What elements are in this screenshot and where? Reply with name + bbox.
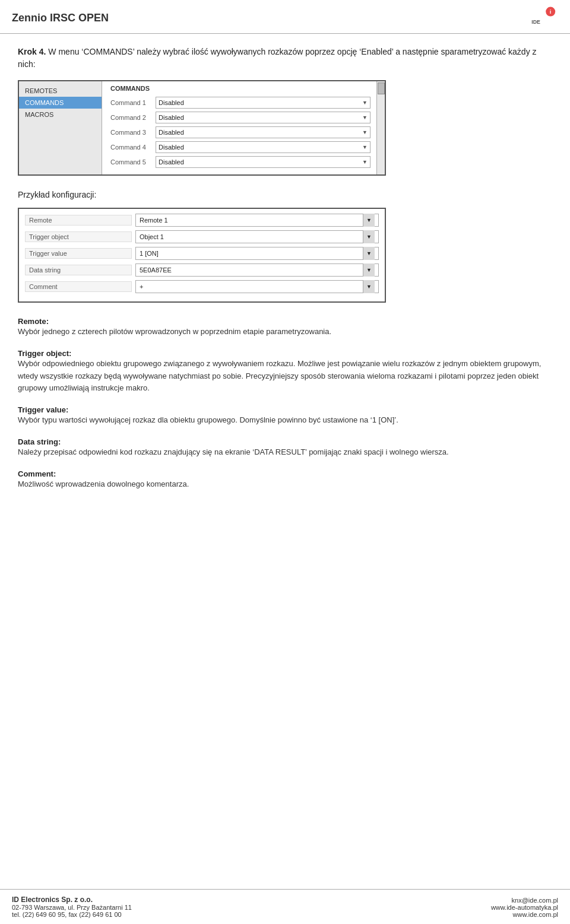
desc-remote-text: Wybór jednego z czterech pilotów wprowad… [18,327,331,336]
command-dropdown-4[interactable]: Disabled ▼ [156,141,370,153]
command-value-5: Disabled [159,158,184,166]
sidebar-item-commands[interactable]: COMMANDS [19,97,102,109]
command-label-2: Command 2 [108,114,156,121]
mockup-sidebar: REMOTES COMMANDS MACROS [19,81,102,174]
example-heading-text: Przykład konfiguracji: [18,190,96,199]
desc-comment-title: Comment: [18,469,56,478]
footer-address: 02-793 Warszawa, ul. Przy Bażantarni 11 [12,904,132,911]
page-header: Zennio IRSC OPEN i IDE [0,0,570,34]
mockup-main-area: COMMANDS Command 1 Disabled ▼ Command 2 … [102,81,376,174]
config-row-data-string: Data string 5E0A87EE ▼ [19,263,385,277]
config-value-remote: Remote 1 [140,217,168,224]
mockup-scrollbar[interactable] [376,81,385,174]
desc-comment-text: Możliwość wprowadzenia dowolnego komenta… [18,480,189,488]
config-dropdown-data-string[interactable]: 5E0A87EE ▼ [135,263,379,277]
config-dropdown-remote[interactable]: Remote 1 ▼ [135,214,379,227]
dropdown-arrow-data-string: ▼ [363,263,375,277]
footer-website2: www.ide.com.pl [491,911,558,918]
footer-company: ID Electronics Sp. z o.o. [12,896,132,904]
desc-data-string-text: Należy przepisać odpowiedni kod rozkazu … [18,447,449,456]
svg-text:i: i [550,8,552,15]
command-dropdown-5[interactable]: Disabled ▼ [156,156,370,168]
command-label-3: Command 3 [108,129,156,136]
desc-comment: Comment: Możliwość wprowadzenia dowolneg… [18,469,552,491]
config-label-remote: Remote [25,215,132,226]
config-label-trigger-object: Trigger object [25,231,132,242]
config-label-trigger-value: Trigger value [25,248,132,259]
step-text: W menu ‘COMMANDS’ należy wybrać ilość wy… [18,47,537,69]
page-title: Zennio IRSC OPEN [12,12,109,24]
command-dropdown-2[interactable]: Disabled ▼ [156,112,370,123]
scrollbar-thumb [378,82,385,94]
config-row-remote: Remote Remote 1 ▼ [19,214,385,227]
config-label-comment: Comment [25,281,132,292]
config-mockup: Remote Remote 1 ▼ Trigger object Object … [18,208,386,303]
config-row-comment: Comment + ▼ [19,280,385,293]
command-label-5: Command 5 [108,158,156,166]
command-dropdown-3[interactable]: Disabled ▼ [156,126,370,138]
command-row-1: Command 1 Disabled ▼ [108,97,370,109]
desc-trigger-value-title: Trigger value: [18,405,68,414]
example-heading: Przykład konfiguracji: [18,190,552,199]
config-label-data-string: Data string [25,265,132,275]
config-dropdown-trigger-object[interactable]: Object 1 ▼ [135,230,379,243]
step-number: Krok 4. [18,47,46,56]
desc-remote: Remote: Wybór jednego z czterech pilotów… [18,317,552,338]
mockup-commands-title: COMMANDS [108,85,370,92]
footer-left: ID Electronics Sp. z o.o. 02-793 Warszaw… [12,896,132,918]
command-value-4: Disabled [159,144,184,151]
command-dropdown-1[interactable]: Disabled ▼ [156,97,370,109]
config-row-trigger-object: Trigger object Object 1 ▼ [19,230,385,243]
command-label-1: Command 1 [108,99,156,106]
footer-website1: www.ide-automatyka.pl [491,904,558,911]
dropdown-arrow-trigger-object: ▼ [363,230,375,243]
config-value-trigger-value: 1 [ON] [140,250,159,257]
svg-text:IDE: IDE [531,19,540,25]
page-footer: ID Electronics Sp. z o.o. 02-793 Warszaw… [0,889,570,924]
config-value-comment: + [140,283,143,290]
desc-trigger-object-text: Wybór odpowiedniego obiektu grupowego zw… [18,359,541,393]
dropdown-arrow-4: ▼ [362,144,368,150]
footer-right: knx@ide.com.pl www.ide-automatyka.pl www… [491,897,558,918]
desc-trigger-object: Trigger object: Wybór odpowiedniego obie… [18,349,552,395]
desc-trigger-object-title: Trigger object: [18,349,71,358]
ide-logo: i IDE [530,6,558,30]
dropdown-arrow-5: ▼ [362,159,368,165]
dropdown-arrow-2: ▼ [362,115,368,120]
desc-trigger-value-text: Wybór typu wartości wywołującej rozkaz d… [18,415,398,424]
dropdown-arrow-3: ▼ [362,129,368,135]
dropdown-arrow-remote: ▼ [363,214,375,227]
command-label-4: Command 4 [108,144,156,151]
command-value-1: Disabled [159,99,184,106]
command-value-3: Disabled [159,129,184,136]
command-row-4: Command 4 Disabled ▼ [108,141,370,153]
desc-remote-title: Remote: [18,317,49,326]
sidebar-item-macros[interactable]: MACROS [19,109,102,120]
main-content: Krok 4. W menu ‘COMMANDS’ należy wybrać … [0,34,570,513]
sidebar-item-remotes[interactable]: REMOTES [19,85,102,97]
command-row-3: Command 3 Disabled ▼ [108,126,370,138]
config-dropdown-comment[interactable]: + ▼ [135,280,379,293]
commands-mockup: REMOTES COMMANDS MACROS COMMANDS Command… [18,80,386,176]
dropdown-arrow-trigger-value: ▼ [363,247,375,260]
footer-email: knx@ide.com.pl [491,897,558,904]
command-row-2: Command 2 Disabled ▼ [108,112,370,123]
config-row-trigger-value: Trigger value 1 [ON] ▼ [19,247,385,260]
footer-phone: tel. (22) 649 60 95, fax (22) 649 61 00 [12,911,132,918]
config-dropdown-trigger-value[interactable]: 1 [ON] ▼ [135,247,379,260]
desc-data-string-title: Data string: [18,437,61,446]
dropdown-arrow-1: ▼ [362,100,368,106]
command-value-2: Disabled [159,114,184,121]
desc-trigger-value: Trigger value: Wybór typu wartości wywoł… [18,405,552,427]
command-row-5: Command 5 Disabled ▼ [108,156,370,168]
step-heading: Krok 4. W menu ‘COMMANDS’ należy wybrać … [18,46,552,71]
dropdown-arrow-comment: ▼ [363,280,375,293]
config-value-trigger-object: Object 1 [140,233,164,240]
config-value-data-string: 5E0A87EE [140,266,172,274]
desc-data-string: Data string: Należy przepisać odpowiedni… [18,437,552,459]
